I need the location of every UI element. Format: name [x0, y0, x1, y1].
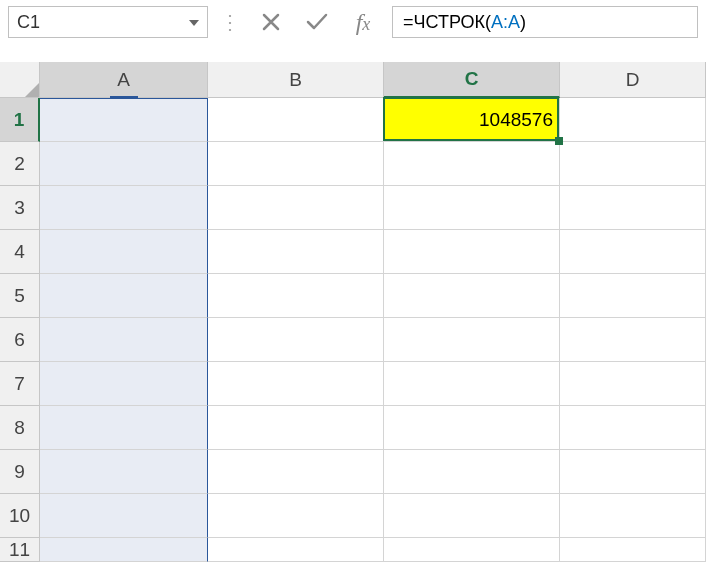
- formula-text-suffix: ): [520, 12, 526, 33]
- cell-C1[interactable]: 1048576: [384, 98, 560, 142]
- cell-D3[interactable]: [560, 186, 706, 230]
- row-header-1[interactable]: 1: [0, 98, 40, 142]
- cancel-button[interactable]: [250, 6, 292, 38]
- cell-A3[interactable]: [40, 186, 208, 230]
- cell-D4[interactable]: [560, 230, 706, 274]
- cell-D5[interactable]: [560, 274, 706, 318]
- cell-D7[interactable]: [560, 362, 706, 406]
- divider-icon: ⋮: [216, 10, 242, 34]
- cell-B6[interactable]: [208, 318, 384, 362]
- fill-handle[interactable]: [555, 137, 563, 145]
- cell-A6[interactable]: [40, 318, 208, 362]
- cell-C8[interactable]: [384, 406, 560, 450]
- cell-C3[interactable]: [384, 186, 560, 230]
- confirm-button[interactable]: [296, 6, 338, 38]
- cell-C7[interactable]: [384, 362, 560, 406]
- cell-B2[interactable]: [208, 142, 384, 186]
- name-box-value: C1: [17, 12, 40, 33]
- fx-icon: fx: [356, 9, 371, 36]
- cell-B8[interactable]: [208, 406, 384, 450]
- cell-A4[interactable]: [40, 230, 208, 274]
- row-header-9[interactable]: 9: [0, 450, 40, 494]
- cell-C11[interactable]: [384, 538, 560, 562]
- cell-D9[interactable]: [560, 450, 706, 494]
- row-header-6[interactable]: 6: [0, 318, 40, 362]
- cell-D2[interactable]: [560, 142, 706, 186]
- cell-A11[interactable]: [40, 538, 208, 562]
- select-all-corner[interactable]: [0, 62, 40, 98]
- formula-bar: C1 ⋮ fx =ЧСТРОК(A:A): [0, 0, 706, 44]
- cell-D8[interactable]: [560, 406, 706, 450]
- row-header-5[interactable]: 5: [0, 274, 40, 318]
- formula-text-prefix: =ЧСТРОК(: [403, 12, 491, 33]
- cell-D6[interactable]: [560, 318, 706, 362]
- cell-B3[interactable]: [208, 186, 384, 230]
- cell-A7[interactable]: [40, 362, 208, 406]
- cell-B5[interactable]: [208, 274, 384, 318]
- cells-area: 1048576: [40, 98, 706, 562]
- column-header-C[interactable]: C: [384, 62, 560, 98]
- row-header-4[interactable]: 4: [0, 230, 40, 274]
- cell-C6[interactable]: [384, 318, 560, 362]
- cell-B10[interactable]: [208, 494, 384, 538]
- column-header-A[interactable]: A: [40, 62, 208, 98]
- row-headers: 1234567891011: [0, 98, 40, 562]
- cell-C9[interactable]: [384, 450, 560, 494]
- cell-C5[interactable]: [384, 274, 560, 318]
- cell-C2[interactable]: [384, 142, 560, 186]
- column-header-B[interactable]: B: [208, 62, 384, 98]
- column-headers: ABCD: [40, 62, 706, 98]
- name-box[interactable]: C1: [8, 6, 208, 38]
- cell-D10[interactable]: [560, 494, 706, 538]
- formula-bar-buttons: fx: [250, 6, 384, 38]
- cell-A9[interactable]: [40, 450, 208, 494]
- column-selection-handle: [110, 96, 138, 99]
- cell-C4[interactable]: [384, 230, 560, 274]
- cell-B4[interactable]: [208, 230, 384, 274]
- cell-A8[interactable]: [40, 406, 208, 450]
- cell-A10[interactable]: [40, 494, 208, 538]
- cell-D11[interactable]: [560, 538, 706, 562]
- cell-B1[interactable]: [208, 98, 384, 142]
- cell-B11[interactable]: [208, 538, 384, 562]
- row-header-10[interactable]: 10: [0, 494, 40, 538]
- chevron-down-icon[interactable]: [189, 17, 199, 28]
- row-header-8[interactable]: 8: [0, 406, 40, 450]
- row-header-3[interactable]: 3: [0, 186, 40, 230]
- row-header-11[interactable]: 11: [0, 538, 40, 562]
- cell-A2[interactable]: [40, 142, 208, 186]
- row-header-7[interactable]: 7: [0, 362, 40, 406]
- cell-A5[interactable]: [40, 274, 208, 318]
- cell-D1[interactable]: [560, 98, 706, 142]
- column-header-D[interactable]: D: [560, 62, 706, 98]
- cell-B7[interactable]: [208, 362, 384, 406]
- row-header-2[interactable]: 2: [0, 142, 40, 186]
- formula-input[interactable]: =ЧСТРОК(A:A): [392, 6, 698, 38]
- cell-C10[interactable]: [384, 494, 560, 538]
- cell-A1[interactable]: [40, 98, 208, 142]
- cell-B9[interactable]: [208, 450, 384, 494]
- insert-function-button[interactable]: fx: [342, 6, 384, 38]
- formula-text-ref: A:A: [491, 12, 520, 33]
